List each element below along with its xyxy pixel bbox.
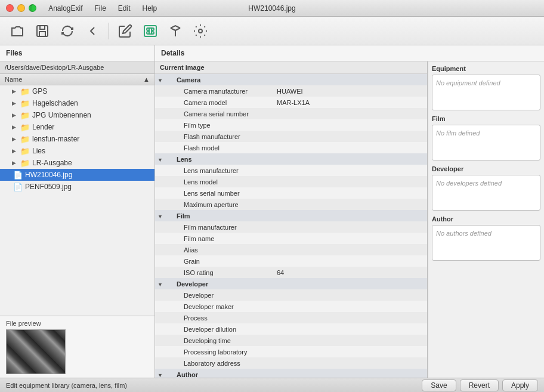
- developer-dilution-row: Developer dilution: [155, 323, 427, 335]
- file-jpg-icon: 📄: [13, 171, 23, 180]
- menu-file[interactable]: File: [89, 4, 112, 13]
- lens-model-row: Lens model: [155, 176, 427, 187]
- tree-item-label: lensfun-master: [32, 135, 79, 143]
- film-button[interactable]: [139, 20, 162, 42]
- tree-item-label: Lies: [32, 147, 45, 155]
- svg-point-9: [199, 29, 202, 33]
- developer-title-right: Developer: [432, 165, 540, 172]
- tree-item-label: HW210046.jpg: [25, 171, 72, 179]
- folder-icon: 📁: [20, 123, 30, 132]
- sidebar: Files /Users/dave/Desktop/LR-Ausgabe Nam…: [0, 45, 155, 378]
- title-bar:  AnalogExif File Edit Help HW210046.jpg: [0, 0, 544, 17]
- author-empty-text: No authors defined: [436, 230, 492, 237]
- save-button-toolbar[interactable]: [31, 20, 54, 42]
- film-section-header: ▼ Film: [155, 210, 427, 221]
- film-alias-row: Alias: [155, 244, 427, 255]
- expand-icon: ▶: [12, 112, 19, 118]
- file-preview-image: [6, 329, 66, 374]
- developer-section-header: ▼ Developer: [155, 278, 427, 289]
- folder-icon: 📁: [20, 147, 30, 156]
- tree-item-lies[interactable]: ▶ 📁 Lies: [0, 145, 154, 157]
- expand-icon: ▶: [12, 124, 19, 130]
- equipment-title: Equipment: [432, 65, 540, 72]
- lens-manufacturer-row: Lens manufacturer: [155, 165, 427, 176]
- minimize-button[interactable]: [17, 4, 25, 12]
- apply-button[interactable]: Apply: [502, 379, 538, 391]
- folder-icon: 📁: [20, 159, 30, 168]
- expand-camera-icon[interactable]: ▼: [157, 78, 163, 84]
- menu-bar:  AnalogExif File Edit Help: [30, 4, 163, 13]
- flash-model-row: Flash model: [155, 142, 427, 153]
- tree-item-hw210046[interactable]: 📄 HW210046.jpg: [0, 169, 154, 181]
- tree-item-penf0509[interactable]: 📄 PENF0509.jpg: [0, 181, 154, 193]
- edit-button[interactable]: [114, 20, 137, 42]
- author-box: No authors defined: [432, 225, 540, 261]
- bottom-bar: Edit equipment library (camera, lens, fi…: [0, 378, 544, 392]
- settings-button[interactable]: [189, 20, 212, 42]
- bottom-buttons: Save Revert Apply: [422, 379, 538, 391]
- film-section-right: Film No film defined: [432, 115, 540, 160]
- details-panel: Details Current image ▼ Camera: [155, 45, 544, 378]
- tree-item-label: Hagelschaden: [32, 99, 78, 107]
- menu-edit[interactable]: Edit: [112, 4, 137, 13]
- details-table: ▼ Camera Camera manufacturer HUAWEI Came…: [155, 74, 427, 378]
- iso-rating-row: ISO rating 64: [155, 267, 427, 278]
- file-preview-section: File preview: [0, 316, 154, 378]
- tree-item-hagelschaden[interactable]: ▶ 📁 Hagelschaden: [0, 97, 154, 109]
- status-text: Edit equipment library (camera, lens, fi…: [6, 382, 127, 389]
- processing-lab-row: Processing laboratory: [155, 346, 427, 357]
- open-folder-button[interactable]: [6, 20, 29, 42]
- refresh-button[interactable]: [56, 20, 79, 42]
- developer-row: Developer: [155, 289, 427, 301]
- details-header: Details: [155, 45, 544, 61]
- file-tree[interactable]: ▶ 📁 GPS ▶ 📁 Hagelschaden ▶ 📁 JPG Umbenen…: [0, 85, 154, 316]
- film-title-right: Film: [432, 115, 540, 122]
- camera-label: Camera: [167, 74, 274, 85]
- folder-icon: 📁: [20, 99, 30, 108]
- tree-item-label: Lender: [32, 123, 54, 131]
- close-button[interactable]: [6, 4, 14, 12]
- expand-film-icon[interactable]: ▼: [157, 214, 163, 220]
- file-preview-label: File preview: [6, 320, 149, 327]
- apple-logo: : [30, 4, 33, 13]
- save-button-bottom[interactable]: Save: [422, 379, 456, 391]
- expand-author-icon[interactable]: ▼: [157, 372, 163, 378]
- back-button[interactable]: [81, 20, 104, 42]
- tree-item-label: LR-Ausgabe: [32, 159, 72, 167]
- author-title-right: Author: [432, 215, 540, 223]
- author-section-right: Author No authors defined: [432, 215, 540, 261]
- developer-box: No developers defined: [432, 175, 540, 211]
- menu-help[interactable]: Help: [137, 4, 163, 13]
- camera-model-row: Camera model MAR-LX1A: [155, 97, 427, 108]
- camera-serial-row: Camera serial number: [155, 108, 427, 119]
- main-tree[interactable]: Current image ▼ Camera Camera manufactur…: [155, 61, 428, 378]
- tree-item-gps[interactable]: ▶ 📁 GPS: [0, 85, 154, 97]
- film-box: No film defined: [432, 125, 540, 160]
- sort-arrow-icon: ▲: [143, 76, 150, 83]
- tree-item-lensfun[interactable]: ▶ 📁 lensfun-master: [0, 133, 154, 145]
- window-title: HW210046.jpg: [248, 4, 295, 13]
- main-content: Files /Users/dave/Desktop/LR-Ausgabe Nam…: [0, 45, 544, 378]
- preview-thumbnail: [7, 330, 65, 374]
- tree-item-label: GPS: [32, 87, 47, 95]
- revert-button[interactable]: Revert: [460, 379, 499, 391]
- film-manufacturer-row: Film manufacturer: [155, 221, 427, 233]
- expand-icon: ▶: [12, 148, 19, 154]
- flash-manufacturer-row: Flash manufacturer: [155, 131, 427, 142]
- tree-item-lr-ausgabe[interactable]: ▶ 📁 LR-Ausgabe: [0, 157, 154, 169]
- lens-serial-row: Lens serial number: [155, 187, 427, 199]
- film-name-row: Film name: [155, 233, 427, 244]
- lab-address-row: Laboratory address: [155, 357, 427, 369]
- tree-item-lender[interactable]: ▶ 📁 Lender: [0, 121, 154, 133]
- expand-developer-icon[interactable]: ▼: [157, 282, 163, 288]
- author-section-header: ▼ Author: [155, 369, 427, 378]
- tree-item-jpg-umbenennen[interactable]: ▶ 📁 JPG Umbenennen: [0, 109, 154, 121]
- camera-section-header: ▼ Camera: [155, 74, 427, 85]
- expand-lens-icon[interactable]: ▼: [157, 157, 163, 163]
- expand-icon: ▶: [12, 160, 19, 166]
- expand-icon: ▶: [12, 100, 19, 106]
- tag-button[interactable]: [164, 20, 187, 42]
- film-empty-text: No film defined: [436, 129, 480, 137]
- expand-icon: ▶: [12, 136, 19, 142]
- folder-icon: 📁: [20, 87, 30, 96]
